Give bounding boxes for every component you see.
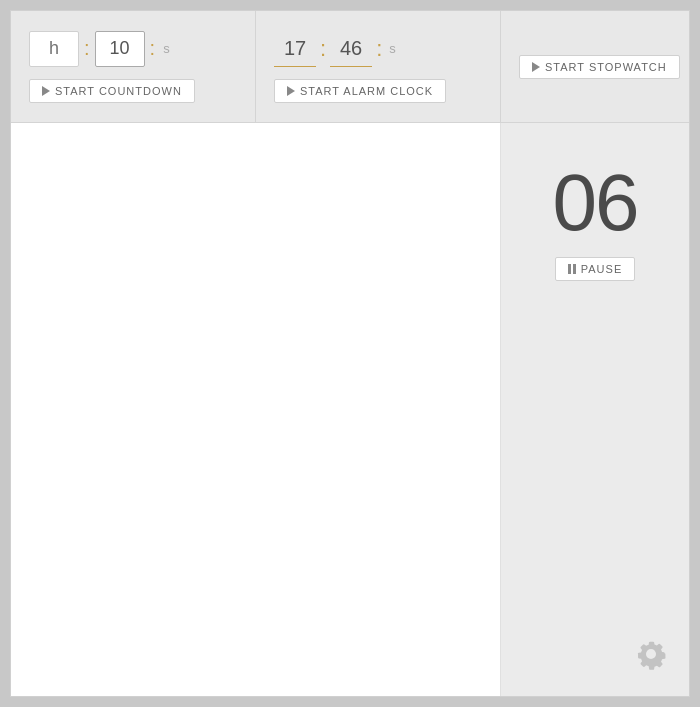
stopwatch-time-display: 06 — [553, 163, 638, 243]
countdown-sep-2: : — [150, 37, 156, 60]
stopwatch-panel-header: START STOPWATCH — [501, 11, 698, 122]
alarm-sep-1: : — [320, 36, 326, 62]
countdown-seconds-label: s — [163, 41, 170, 56]
countdown-panel-header: : : s START COUNTDOWN — [11, 11, 256, 122]
alarm-sep-2: : — [376, 36, 382, 62]
header-bar: : : s START COUNTDOWN : : s START ALARM — [11, 11, 689, 123]
pause-icon — [568, 264, 576, 274]
alarm-panel-header: : : s START ALARM CLOCK — [256, 11, 501, 122]
pause-bar-2 — [573, 264, 576, 274]
gear-icon-container[interactable] — [633, 636, 669, 676]
start-stopwatch-button[interactable]: START STOPWATCH — [519, 55, 680, 79]
pause-button[interactable]: PAUSE — [555, 257, 635, 281]
countdown-minutes-input[interactable] — [95, 31, 145, 67]
start-alarm-label: START ALARM CLOCK — [300, 85, 433, 97]
start-countdown-button[interactable]: START COUNTDOWN — [29, 79, 195, 103]
countdown-hours-input[interactable] — [29, 31, 79, 67]
start-stopwatch-label: START STOPWATCH — [545, 61, 667, 73]
play-icon-alarm — [287, 86, 295, 96]
gear-icon — [633, 636, 669, 672]
play-icon-countdown — [42, 86, 50, 96]
play-icon-stopwatch — [532, 62, 540, 72]
countdown-sep-1: : — [84, 37, 90, 60]
countdown-time-inputs: : : s — [29, 31, 170, 67]
start-countdown-label: START COUNTDOWN — [55, 85, 182, 97]
start-alarm-button[interactable]: START ALARM CLOCK — [274, 79, 446, 103]
pause-bar-1 — [568, 264, 571, 274]
alarm-seconds-label: s — [389, 41, 396, 56]
content-area: 06 PAUSE — [11, 123, 689, 696]
alarm-minutes-input[interactable] — [330, 31, 372, 67]
pause-label: PAUSE — [581, 263, 622, 275]
alarm-hours-input[interactable] — [274, 31, 316, 67]
alarm-time-display: : : s — [274, 31, 396, 67]
stopwatch-panel-main: 06 PAUSE — [501, 123, 689, 696]
left-panel-main — [11, 123, 501, 696]
app-container: : : s START COUNTDOWN : : s START ALARM — [10, 10, 690, 697]
